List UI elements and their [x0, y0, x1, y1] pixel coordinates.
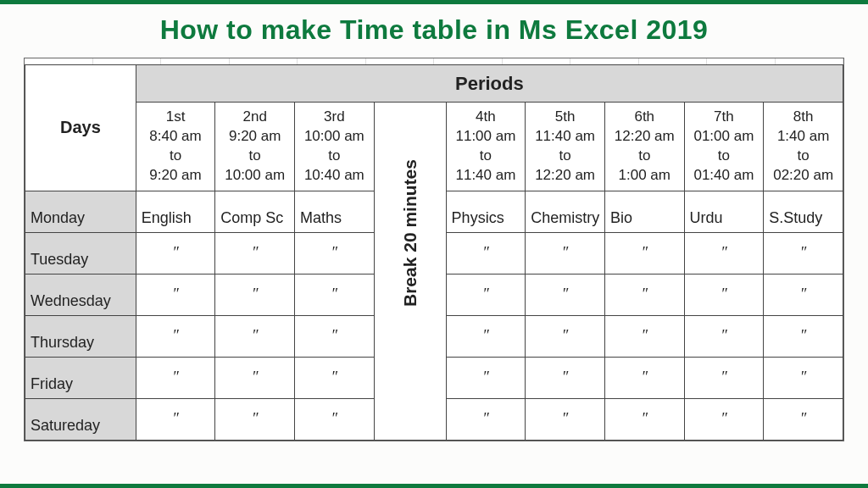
cell-ditto: ″	[526, 398, 605, 440]
cell-subject: Physics	[446, 191, 526, 232]
day-friday: Friday	[25, 357, 136, 398]
day-tuesday: Tuesday	[25, 232, 136, 274]
cell-ditto: ″	[215, 357, 295, 398]
period-6-head: 6th 12:20 am to 1:00 am	[604, 103, 684, 191]
cell-ditto: ″	[136, 315, 215, 357]
cell-ditto: ″	[215, 232, 295, 274]
cell-ditto: ″	[604, 357, 684, 398]
day-wednesday: Wednesday	[25, 274, 136, 315]
timetable: Days Periods 1st 8:40 am to 9:20 am 2nd …	[25, 64, 843, 441]
cell-subject: Maths	[295, 191, 375, 232]
day-thursday: Thursday	[25, 315, 136, 357]
cell-ditto: ″	[684, 357, 764, 398]
page-title: How to make Time table in Ms Excel 2019	[0, 14, 868, 46]
cell-subject: Bio	[604, 191, 684, 232]
cell-ditto: ″	[684, 398, 764, 440]
cell-ditto: ″	[604, 232, 684, 274]
cell-ditto: ″	[764, 357, 843, 398]
cell-subject: Comp Sc	[215, 191, 295, 232]
cell-subject: Urdu	[684, 191, 764, 232]
cell-ditto: ″	[604, 274, 684, 315]
cell-ditto: ″	[136, 357, 215, 398]
header-periods: Periods	[136, 65, 843, 103]
period-5-head: 5th 11:40 am to 12:20 am	[526, 103, 605, 191]
cell-ditto: ″	[136, 232, 215, 274]
cell-ditto: ″	[446, 274, 526, 315]
cell-ditto: ″	[764, 232, 843, 274]
cell-ditto: ″	[764, 315, 843, 357]
period-4-head: 4th 11:00 am to 11:40 am	[446, 103, 526, 191]
cell-subject: S.Study	[764, 191, 843, 232]
cell-ditto: ″	[295, 315, 375, 357]
cell-ditto: ″	[446, 398, 526, 440]
cell-ditto: ″	[684, 232, 764, 274]
header-days: Days	[25, 65, 136, 191]
cell-ditto: ″	[604, 398, 684, 440]
cell-ditto: ″	[215, 315, 295, 357]
period-3-head: 3rd 10:00 am to 10:40 am	[295, 103, 375, 191]
period-1-head: 1st 8:40 am to 9:20 am	[136, 103, 215, 191]
period-2-head: 2nd 9:20 am to 10:00 am	[215, 103, 295, 191]
break-column: Break 20 minutes	[374, 103, 446, 441]
cell-ditto: ″	[764, 398, 843, 440]
cell-ditto: ″	[295, 232, 375, 274]
cell-ditto: ″	[295, 398, 375, 440]
cell-ditto: ″	[684, 315, 764, 357]
grid-edge-top	[25, 58, 843, 64]
cell-ditto: ″	[684, 274, 764, 315]
period-8-head: 8th 1:40 am to 02:20 am	[764, 103, 843, 191]
cell-subject: English	[136, 191, 215, 232]
period-header-row: 1st 8:40 am to 9:20 am 2nd 9:20 am to 10…	[25, 103, 843, 191]
break-label: Break 20 minutes	[400, 236, 420, 307]
cell-ditto: ″	[526, 232, 605, 274]
day-saturday: Satureday	[25, 398, 136, 440]
cell-ditto: ″	[215, 274, 295, 315]
day-monday: Monday	[25, 191, 136, 232]
timetable-sheet: Days Periods 1st 8:40 am to 9:20 am 2nd …	[24, 58, 844, 441]
cell-ditto: ″	[295, 357, 375, 398]
cell-ditto: ″	[295, 274, 375, 315]
cell-ditto: ″	[136, 274, 215, 315]
cell-ditto: ″	[764, 274, 843, 315]
cell-ditto: ″	[446, 357, 526, 398]
cell-ditto: ″	[215, 398, 295, 440]
cell-ditto: ″	[604, 315, 684, 357]
cell-ditto: ″	[526, 274, 605, 315]
period-7-head: 7th 01:00 am to 01:40 am	[684, 103, 764, 191]
cell-ditto: ″	[526, 315, 605, 357]
cell-ditto: ″	[526, 357, 605, 398]
cell-subject: Chemistry	[526, 191, 605, 232]
cell-ditto: ″	[446, 315, 526, 357]
cell-ditto: ″	[136, 398, 215, 440]
cell-ditto: ″	[446, 232, 526, 274]
